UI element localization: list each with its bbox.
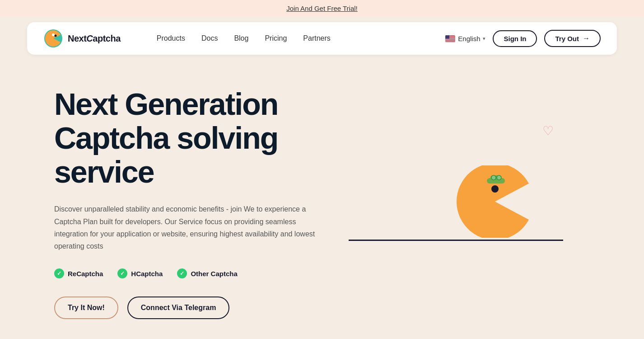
- cta-buttons: Try It Now! Connect Via Telegram: [54, 297, 322, 319]
- svg-point-20: [491, 175, 496, 180]
- nav-link-pricing[interactable]: Pricing: [265, 34, 287, 42]
- svg-rect-15: [445, 41, 455, 42]
- tryout-label: Try Out: [555, 35, 579, 42]
- tryout-button[interactable]: Try Out →: [544, 30, 601, 47]
- svg-point-1: [52, 33, 55, 36]
- feature-othercaptcha: ✓ Other Captcha: [177, 268, 237, 278]
- main-content: Next Generation Captcha solving service …: [0, 60, 644, 339]
- navbar: NextCaptcha Products Docs Blog Pricing P…: [27, 22, 617, 55]
- right-illustration: ♡: [322, 87, 590, 268]
- nav-link-products[interactable]: Products: [157, 34, 185, 42]
- svg-rect-13: [445, 40, 455, 41]
- banner-link[interactable]: Join And Get Free Trial!: [286, 5, 358, 12]
- us-flag-icon: [445, 35, 455, 42]
- telegram-button[interactable]: Connect Via Telegram: [127, 297, 230, 319]
- nav-link-blog[interactable]: Blog: [234, 34, 248, 42]
- logo-text: NextCaptcha: [68, 33, 121, 44]
- logo-icon: [43, 28, 63, 48]
- svg-point-2: [55, 35, 57, 37]
- svg-rect-10: [445, 39, 455, 39]
- illustration-ground: [349, 240, 563, 241]
- feature-recaptcha: ✓ ReCaptcha: [54, 268, 103, 278]
- feature-badges: ✓ ReCaptcha ✓ HCaptcha ✓ Other Captcha: [54, 268, 322, 278]
- chevron-down-icon: ▾: [483, 36, 485, 42]
- svg-point-21: [497, 175, 501, 180]
- feature-label-recaptcha: ReCaptcha: [68, 270, 103, 278]
- hero-title: Next Generation Captcha solving service: [54, 87, 322, 188]
- feature-label-hcaptcha: HCaptcha: [131, 270, 163, 278]
- left-content: Next Generation Captcha solving service …: [54, 87, 322, 319]
- language-selector[interactable]: English ▾: [445, 35, 485, 42]
- top-banner: Join And Get Free Trial!: [0, 0, 644, 17]
- logo[interactable]: NextCaptcha: [43, 28, 121, 48]
- feature-label-othercaptcha: Other Captcha: [191, 270, 237, 278]
- svg-rect-14: [445, 41, 455, 41]
- svg-rect-12: [445, 40, 455, 40]
- language-label: English: [458, 35, 480, 42]
- check-icon-othercaptcha: ✓: [177, 268, 187, 278]
- nav-right: English ▾ Sign In Try Out →: [445, 30, 601, 47]
- nav-links: Products Docs Blog Pricing Partners: [157, 34, 446, 42]
- check-icon-hcaptcha: ✓: [117, 268, 127, 278]
- svg-rect-16: [445, 35, 449, 39]
- nav-link-docs[interactable]: Docs: [201, 34, 218, 42]
- pacman-svg: [454, 165, 536, 238]
- pacman-character: [454, 165, 536, 240]
- check-icon-recaptcha: ✓: [54, 268, 64, 278]
- svg-rect-11: [445, 39, 455, 40]
- nav-link-partners[interactable]: Partners: [303, 34, 330, 42]
- svg-point-17: [491, 185, 499, 193]
- signin-button[interactable]: Sign In: [493, 30, 537, 47]
- try-now-button[interactable]: Try It Now!: [54, 297, 118, 319]
- hero-description: Discover unparalleled stability and econ…: [54, 203, 322, 252]
- arrow-right-icon: →: [583, 34, 590, 42]
- feature-hcaptcha: ✓ HCaptcha: [117, 268, 163, 278]
- heart-icon: ♡: [542, 123, 554, 138]
